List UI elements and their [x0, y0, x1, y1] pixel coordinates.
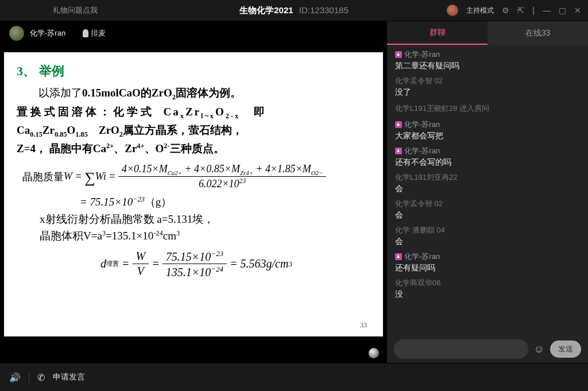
chat-username: 化学-苏ran [395, 251, 580, 262]
chat-message: 化学孟令智 02没了 [387, 73, 588, 100]
content-area: 化学-苏ran 排麦 3、 举例 以添加了0.15molCaO的ZrO2固溶体为… [0, 21, 588, 363]
chat-message: 化学-苏ran还有疑问吗 [387, 249, 588, 276]
slide-viewport: 3、 举例 以添加了0.15molCaO的ZrO2固溶体为例。 置换式固溶体：化… [0, 46, 387, 363]
chat-text: 没 [395, 289, 580, 300]
chat-text: 还有不会写的吗 [395, 157, 580, 168]
main-panel: 化学-苏ran 排麦 3、 举例 以添加了0.15molCaO的ZrO2固溶体为… [0, 21, 387, 363]
slide-eq2: = 75.15×10−23（g） [80, 193, 370, 210]
chat-username: 化学L191刘亚冉22 [395, 172, 580, 183]
slide-line3: Ca0.15Zr0.85O1.85 ZrO2属立方晶系，萤石结构， [17, 122, 370, 140]
mic-queue[interactable]: 排麦 [83, 28, 106, 38]
host-mode-label[interactable]: 主持模式 [466, 6, 494, 16]
slide-eq3: d理置 = WV = 75.15×10−23 135.1×10−24 = 5.5… [22, 249, 370, 279]
bottombar: 🔊 ✆ 申请发言 [0, 363, 588, 391]
chat-input[interactable] [394, 339, 528, 359]
close-icon[interactable]: ✕ [574, 6, 581, 15]
host-avatar-icon [447, 5, 458, 16]
teacher-badge-icon [395, 253, 402, 260]
divider [29, 371, 29, 383]
presenter-bar: 化学-苏ran 排麦 [0, 21, 387, 46]
chat-text: 第二章还有疑问吗 [395, 61, 580, 71]
chat-username: 化学-苏ran [395, 49, 580, 60]
queue-label: 排麦 [91, 28, 106, 38]
chat-text: 会 [395, 237, 580, 247]
teacher-badge-icon [395, 51, 402, 58]
chat-username: 化学-苏ran [395, 119, 580, 130]
phone-icon[interactable]: ✆ [37, 372, 45, 383]
chat-username: 化学孟令智 02 [395, 76, 580, 86]
window-controls: 主持模式 ⚙ ⇱ | — ▢ ✕ [447, 5, 581, 16]
teacher-badge-icon [395, 121, 402, 128]
chat-username: 化学孟令智 02 [395, 199, 580, 209]
titlebar: 礼物问题点我 生物化学2021 ID:12330185 主持模式 ⚙ ⇱ | —… [0, 0, 588, 21]
chat-text: 大家都会写把 [395, 131, 580, 141]
chat-text: 会 [395, 210, 580, 220]
chat-message: 化学商双华06没 [387, 276, 588, 302]
tab-groupchat[interactable]: 群聊 [387, 21, 488, 45]
slide-content: 3、 举例 以添加了0.15molCaO的ZrO2固溶体为例。 置换式固溶体：化… [4, 52, 383, 336]
teacher-badge-icon [395, 148, 402, 154]
slide-line6: 晶胞体积V=a3=135.1×10-24cm3 [40, 227, 370, 244]
popout-icon[interactable]: ⇱ [517, 6, 524, 15]
chat-text: 没了 [395, 87, 580, 98]
course-id: ID:12330185 [299, 5, 349, 15]
maximize-icon[interactable]: ▢ [559, 6, 566, 15]
speaker-icon[interactable]: 🔊 [9, 372, 21, 383]
divider-icon: | [532, 6, 535, 15]
minimize-icon[interactable]: — [543, 6, 551, 15]
send-button[interactable]: 发送 [550, 340, 581, 358]
emoji-icon[interactable]: ☺ [534, 343, 544, 355]
settings-icon[interactable]: ⚙ [502, 6, 509, 15]
slide-page-number: 33 [360, 321, 367, 330]
chat-message: 化学-苏ran还有不会写的吗 [387, 144, 588, 170]
gift-note[interactable]: 礼物问题点我 [53, 5, 98, 16]
chat-message: 化学L191刘亚冉22会 [387, 170, 588, 196]
mic-icon [83, 29, 88, 37]
slide-line5: x射线衍射分析晶胞常数 a=5.131埃， [40, 211, 370, 227]
request-speak-label[interactable]: 申请发言 [53, 372, 85, 382]
chat-message: 化学 潘鹏聪 04会 [387, 223, 588, 249]
chat-system-line: 化学L191王晓虹28 进入房间 [387, 100, 588, 117]
chat-message: 化学-苏ran第二章还有疑问吗 [387, 47, 588, 73]
slide-eq1: 晶胞质量W = ∑Wi = 4×0.15×MCa2+ + 4×0.85×MZr4… [22, 163, 370, 191]
slide-line4: Z=4， 晶胞中有Ca2+、Zr4+、O2-三种质点。 [17, 140, 370, 157]
slide-line1: 以添加了0.15molCaO的ZrO2固溶体为例。 [17, 84, 370, 103]
chat-message: 化学孟令智 02会 [387, 196, 588, 223]
chat-username: 化学 潘鹏聪 04 [395, 225, 580, 235]
floating-orb-icon[interactable] [369, 348, 379, 358]
chat-list[interactable]: 化学-苏ran第二章还有疑问吗化学孟令智 02没了化学L191王晓虹28 进入房… [387, 45, 588, 335]
presenter-avatar-icon [9, 26, 24, 41]
presenter-name: 化学-苏ran [30, 28, 65, 38]
chat-username: 化学商双华06 [395, 278, 580, 288]
chat-text: 还有疑问吗 [395, 263, 580, 273]
chat-input-row: ☺ 发送 [387, 335, 588, 363]
course-title: 生物化学2021 [239, 5, 293, 15]
slide-section-title: 3、 举例 [17, 63, 370, 80]
chat-username: 化学-苏ran [395, 146, 580, 156]
chat-panel: 群聊 在线33 化学-苏ran第二章还有疑问吗化学孟令智 02没了化学L191王… [387, 21, 588, 363]
chat-tabs: 群聊 在线33 [387, 21, 588, 45]
slide-line2: 置换式固溶体：化学式 CaxZrl~xO2-x 即 [17, 103, 370, 122]
chat-message: 化学-苏ran大家都会写把 [387, 117, 588, 144]
chat-text: 会 [395, 184, 580, 194]
tab-online[interactable]: 在线33 [488, 21, 588, 45]
